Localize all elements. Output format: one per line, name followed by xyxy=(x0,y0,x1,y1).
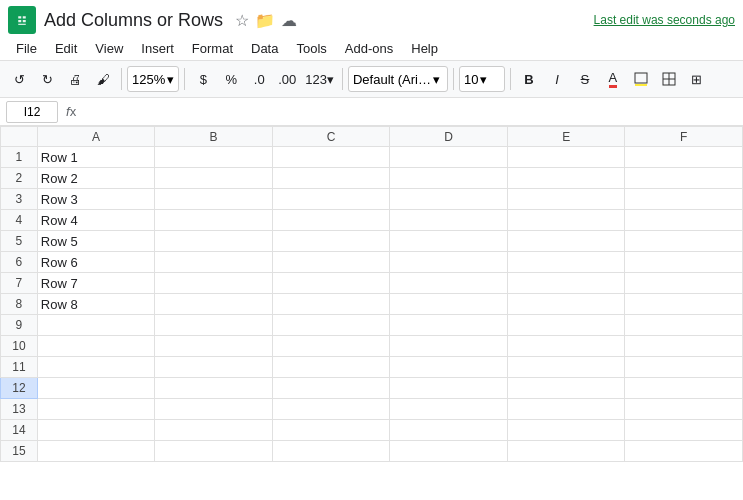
row-number-5[interactable]: 5 xyxy=(1,231,38,252)
cell-d11[interactable] xyxy=(390,357,508,378)
menu-data[interactable]: Data xyxy=(243,39,286,58)
cell-a8[interactable]: Row 8 xyxy=(37,294,155,315)
print-button[interactable]: 🖨 xyxy=(62,65,88,93)
cloud-icon[interactable]: ☁ xyxy=(281,11,297,30)
font-select[interactable]: Default (Ari… ▾ xyxy=(348,66,448,92)
formula-input[interactable] xyxy=(84,101,737,123)
cell-f2[interactable] xyxy=(625,168,743,189)
cell-e15[interactable] xyxy=(507,441,625,462)
row-number-6[interactable]: 6 xyxy=(1,252,38,273)
row-number-15[interactable]: 15 xyxy=(1,441,38,462)
cell-c5[interactable] xyxy=(272,231,390,252)
row-number-8[interactable]: 8 xyxy=(1,294,38,315)
cell-c12[interactable] xyxy=(272,378,390,399)
cell-e1[interactable] xyxy=(507,147,625,168)
cell-a9[interactable] xyxy=(37,315,155,336)
row-number-3[interactable]: 3 xyxy=(1,189,38,210)
menu-addons[interactable]: Add-ons xyxy=(337,39,401,58)
cell-f1[interactable] xyxy=(625,147,743,168)
menu-file[interactable]: File xyxy=(8,39,45,58)
cell-b15[interactable] xyxy=(155,441,273,462)
cell-c2[interactable] xyxy=(272,168,390,189)
decimal-decrease-button[interactable]: .0 xyxy=(246,65,272,93)
cell-a15[interactable] xyxy=(37,441,155,462)
cell-d8[interactable] xyxy=(390,294,508,315)
currency-button[interactable]: $ xyxy=(190,65,216,93)
cell-reference-input[interactable] xyxy=(6,101,58,123)
cell-a14[interactable] xyxy=(37,420,155,441)
cell-d7[interactable] xyxy=(390,273,508,294)
cell-e13[interactable] xyxy=(507,399,625,420)
undo-button[interactable]: ↺ xyxy=(6,65,32,93)
more-formats-button[interactable]: 123▾ xyxy=(302,65,337,93)
decimal-increase-button[interactable]: .00 xyxy=(274,65,300,93)
cell-b5[interactable] xyxy=(155,231,273,252)
cell-d14[interactable] xyxy=(390,420,508,441)
row-number-14[interactable]: 14 xyxy=(1,420,38,441)
cell-d2[interactable] xyxy=(390,168,508,189)
percent-button[interactable]: % xyxy=(218,65,244,93)
cell-b9[interactable] xyxy=(155,315,273,336)
row-number-11[interactable]: 11 xyxy=(1,357,38,378)
row-number-10[interactable]: 10 xyxy=(1,336,38,357)
cell-a12[interactable] xyxy=(37,378,155,399)
cell-c7[interactable] xyxy=(272,273,390,294)
cell-a6[interactable]: Row 6 xyxy=(37,252,155,273)
cell-a4[interactable]: Row 4 xyxy=(37,210,155,231)
cell-f10[interactable] xyxy=(625,336,743,357)
cell-f6[interactable] xyxy=(625,252,743,273)
cell-a13[interactable] xyxy=(37,399,155,420)
cell-d4[interactable] xyxy=(390,210,508,231)
cell-b14[interactable] xyxy=(155,420,273,441)
cell-c15[interactable] xyxy=(272,441,390,462)
fill-color-button[interactable] xyxy=(628,65,654,93)
cell-e3[interactable] xyxy=(507,189,625,210)
cell-a11[interactable] xyxy=(37,357,155,378)
cell-d3[interactable] xyxy=(390,189,508,210)
cell-e7[interactable] xyxy=(507,273,625,294)
cell-b2[interactable] xyxy=(155,168,273,189)
cell-d1[interactable] xyxy=(390,147,508,168)
cell-c9[interactable] xyxy=(272,315,390,336)
cell-d15[interactable] xyxy=(390,441,508,462)
cell-b10[interactable] xyxy=(155,336,273,357)
merge-cells-button[interactable]: ⊞ xyxy=(684,65,710,93)
cell-c10[interactable] xyxy=(272,336,390,357)
menu-view[interactable]: View xyxy=(87,39,131,58)
cell-e4[interactable] xyxy=(507,210,625,231)
star-icon[interactable]: ☆ xyxy=(235,11,249,30)
cell-a7[interactable]: Row 7 xyxy=(37,273,155,294)
cell-f14[interactable] xyxy=(625,420,743,441)
cell-c11[interactable] xyxy=(272,357,390,378)
cell-e14[interactable] xyxy=(507,420,625,441)
menu-insert[interactable]: Insert xyxy=(133,39,182,58)
col-header-a[interactable]: A xyxy=(37,127,155,147)
cell-b11[interactable] xyxy=(155,357,273,378)
cell-b7[interactable] xyxy=(155,273,273,294)
cell-b4[interactable] xyxy=(155,210,273,231)
italic-button[interactable]: I xyxy=(544,65,570,93)
cell-c1[interactable] xyxy=(272,147,390,168)
cell-e10[interactable] xyxy=(507,336,625,357)
zoom-select[interactable]: 125% ▾ xyxy=(127,66,179,92)
paint-format-button[interactable]: 🖌 xyxy=(90,65,116,93)
cell-d5[interactable] xyxy=(390,231,508,252)
cell-f13[interactable] xyxy=(625,399,743,420)
cell-c8[interactable] xyxy=(272,294,390,315)
cell-c3[interactable] xyxy=(272,189,390,210)
cell-e6[interactable] xyxy=(507,252,625,273)
cell-e12[interactable] xyxy=(507,378,625,399)
cell-d9[interactable] xyxy=(390,315,508,336)
cell-f3[interactable] xyxy=(625,189,743,210)
row-number-1[interactable]: 1 xyxy=(1,147,38,168)
cell-f5[interactable] xyxy=(625,231,743,252)
cell-a10[interactable] xyxy=(37,336,155,357)
row-number-9[interactable]: 9 xyxy=(1,315,38,336)
cell-e2[interactable] xyxy=(507,168,625,189)
row-number-7[interactable]: 7 xyxy=(1,273,38,294)
folder-icon[interactable]: 📁 xyxy=(255,11,275,30)
cell-d10[interactable] xyxy=(390,336,508,357)
menu-help[interactable]: Help xyxy=(403,39,446,58)
col-header-e[interactable]: E xyxy=(507,127,625,147)
redo-button[interactable]: ↻ xyxy=(34,65,60,93)
